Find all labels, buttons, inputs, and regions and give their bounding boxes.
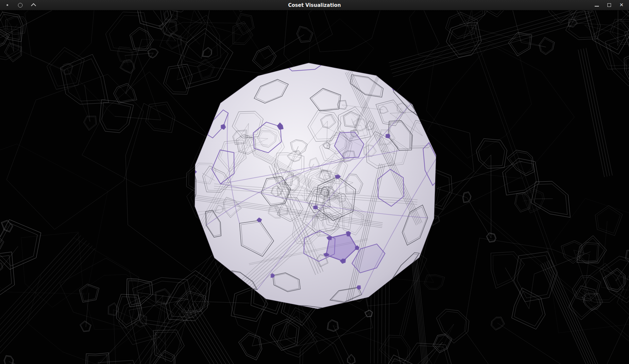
circle-icon[interactable]: [16, 1, 24, 9]
dot-glyph: [7, 4, 8, 6]
chevron-up-icon[interactable]: [29, 1, 37, 9]
minimize-icon: [595, 6, 599, 7]
title-bar[interactable]: Coset Visualization ✕: [0, 0, 629, 10]
chevron-up-glyph: [31, 3, 36, 8]
close-button[interactable]: ✕: [617, 1, 626, 9]
minimize-button[interactable]: [592, 1, 601, 9]
maximize-icon: [607, 3, 611, 7]
dot-icon[interactable]: [3, 1, 11, 9]
close-icon: ✕: [620, 3, 624, 8]
maximize-button[interactable]: [605, 1, 613, 9]
window-title: Coset Visualization: [0, 0, 629, 10]
viewport: [0, 10, 629, 364]
titlebar-left-icons: [0, 1, 37, 9]
window-controls: ✕: [592, 1, 629, 9]
coset-visualization-canvas[interactable]: [0, 10, 629, 364]
circle-glyph: [18, 3, 23, 8]
